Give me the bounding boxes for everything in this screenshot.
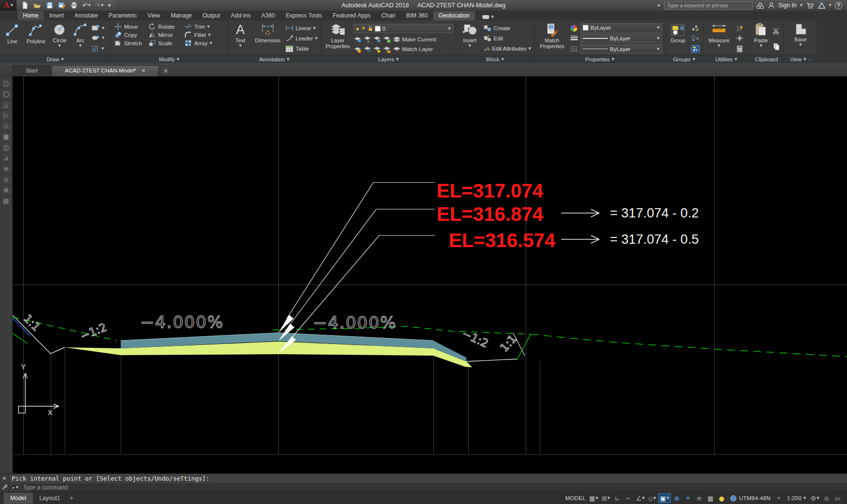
- sign-in-button[interactable]: Sign In: [778, 2, 796, 9]
- side-tool-icon[interactable]: ⊿: [1, 153, 11, 163]
- side-tool-icon[interactable]: △: [1, 100, 11, 109]
- save-as-button[interactable]: [56, 1, 67, 10]
- create-block-button[interactable]: Create: [482, 24, 532, 32]
- tab-parametric[interactable]: Parametric: [103, 11, 142, 20]
- side-tool-icon[interactable]: ◇: [1, 121, 11, 131]
- customize-qat-button[interactable]: ▼̶: [107, 3, 112, 8]
- edit-attributes-button[interactable]: Edit Attributes▼: [482, 45, 532, 53]
- clean-screen-toggle[interactable]: ▭: [832, 493, 843, 503]
- chevron-down-icon[interactable]: ▼: [829, 3, 831, 7]
- side-tool-icon[interactable]: ⊕: [1, 185, 11, 195]
- command-input[interactable]: [23, 484, 847, 491]
- plot-button[interactable]: [69, 1, 79, 10]
- text-button[interactable]: A Text ▼: [230, 22, 251, 55]
- tab-a360[interactable]: A360: [256, 11, 280, 20]
- workspace-switching-button[interactable]: ⚙▼: [809, 493, 821, 503]
- tab-geolocation[interactable]: Geolocation: [433, 11, 475, 20]
- redo-button[interactable]: ↷▼: [93, 1, 105, 10]
- match-layer-button[interactable]: Match Layer: [402, 46, 433, 52]
- panel-label-annotation[interactable]: Annotation▼: [228, 55, 321, 63]
- layer-thaw-all-icon[interactable]: [363, 46, 371, 53]
- coordinate-system-button[interactable]: UTM84-48N: [727, 493, 773, 503]
- layer-lock-icon[interactable]: [383, 36, 391, 43]
- panel-label-clipboard[interactable]: Clipboard: [750, 55, 783, 63]
- fillet-button[interactable]: Fillet▼: [183, 31, 214, 39]
- layer-unisolate-icon[interactable]: [363, 36, 371, 43]
- tab-home[interactable]: Home: [18, 11, 44, 20]
- measure-button[interactable]: Measure ▼: [705, 22, 733, 55]
- tab-insert[interactable]: Insert: [44, 11, 69, 20]
- tab-featured-apps[interactable]: Featured Apps: [328, 11, 376, 20]
- tab-view[interactable]: View: [142, 11, 166, 20]
- annotation-scale-button[interactable]: 1:200▼: [785, 493, 809, 503]
- layer-dropdown[interactable]: ● ☀ 0 ▼: [353, 24, 453, 33]
- quick-calc-icon[interactable]: [736, 45, 744, 53]
- ellipse-button[interactable]: ▼: [91, 35, 109, 41]
- base-button[interactable]: Base ▼: [790, 22, 812, 55]
- new-layout-button[interactable]: +: [67, 493, 76, 503]
- model-tab[interactable]: Model: [4, 493, 33, 504]
- linear-button[interactable]: Linear▼: [284, 24, 319, 32]
- side-tool-icon[interactable]: ≋: [1, 164, 11, 174]
- layer-turn-on-icon[interactable]: [353, 46, 362, 53]
- tab-express-tools[interactable]: Express Tools: [280, 11, 327, 20]
- store-cart-icon[interactable]: [806, 2, 814, 9]
- ungroup-icon[interactable]: ±: [691, 35, 700, 42]
- search-input[interactable]: [664, 1, 753, 10]
- group-edit-icon[interactable]: [691, 24, 700, 32]
- side-tool-icon[interactable]: ▷: [1, 110, 11, 120]
- dimension-button[interactable]: Dimension: [252, 22, 283, 55]
- object-color-dropdown[interactable]: ByLayer▼: [580, 23, 662, 33]
- polar-tracking-toggle[interactable]: ∠▼: [634, 493, 646, 503]
- undo-button[interactable]: ↶▼: [81, 1, 92, 10]
- side-tool-icon[interactable]: ▦: [1, 132, 11, 142]
- layer-properties-button[interactable]: Layer Properties: [323, 22, 352, 55]
- object-snap-toggle[interactable]: ▣▼: [658, 493, 671, 503]
- panel-label-draw[interactable]: Draw▼: [0, 55, 110, 63]
- isolate-objects-toggle[interactable]: ◎: [821, 493, 832, 503]
- side-tool-icon[interactable]: ▤: [1, 196, 11, 206]
- a360-icon[interactable]: [818, 2, 826, 9]
- panel-label-layers[interactable]: Layers▼: [321, 55, 456, 63]
- layer-unlock-all-icon[interactable]: [383, 46, 391, 53]
- annotation-monitor-toggle[interactable]: +: [773, 493, 784, 503]
- tab-bim360[interactable]: BIM 360: [401, 11, 433, 20]
- tab-annotate[interactable]: Annotate: [69, 11, 103, 20]
- panel-label-utilities[interactable]: Utilities▼: [703, 55, 749, 63]
- leader-button[interactable]: Leader▼: [284, 34, 319, 42]
- stretch-button[interactable]: Stretch: [113, 39, 146, 47]
- cut-scissors-icon[interactable]: [772, 27, 780, 35]
- paste-button[interactable]: Paste ▼: [752, 22, 771, 55]
- snap-tracking-toggle[interactable]: ⊕: [671, 493, 682, 503]
- panel-label-view[interactable]: View▼⌄: [784, 55, 817, 63]
- search-binoculars-icon[interactable]: [756, 2, 764, 9]
- panel-expand-icon[interactable]: ⌄: [808, 57, 811, 61]
- tab-output[interactable]: Output: [197, 11, 225, 20]
- isodraft-toggle[interactable]: ◇▼: [646, 493, 657, 503]
- open-file-button[interactable]: [32, 1, 43, 10]
- side-tool-icon[interactable]: ◯: [1, 89, 11, 99]
- side-tool-icon[interactable]: ⌂: [1, 175, 11, 184]
- quick-select-icon[interactable]: [736, 24, 744, 32]
- tab-manage[interactable]: Manage: [166, 11, 197, 20]
- help-icon[interactable]: ?: [835, 2, 842, 9]
- file-tab-drawing[interactable]: ACAD-2TEST CHAN-Model*✕: [52, 65, 159, 76]
- drawing-canvas[interactable]: EL=317.074 EL=316.874 EL=316.574 = 317.0…: [13, 76, 847, 473]
- customize-wrench-icon[interactable]: [1, 485, 7, 490]
- circle-button[interactable]: Circle ▼: [49, 22, 70, 55]
- polyline-button[interactable]: Polyline: [24, 22, 48, 55]
- side-tool-icon[interactable]: ◫: [1, 143, 11, 152]
- chevron-down-icon[interactable]: ▼: [800, 3, 802, 7]
- panel-label-properties[interactable]: Properties▼: [534, 55, 665, 63]
- ortho-toggle[interactable]: ⌐: [623, 493, 634, 503]
- application-menu-button[interactable]: A▼: [0, 0, 17, 11]
- scale-button[interactable]: Scale: [147, 39, 182, 47]
- grid-toggle[interactable]: ▦▼: [588, 493, 600, 503]
- search-collapse-icon[interactable]: ▶: [658, 3, 660, 7]
- lineweight-dropdown[interactable]: ByLayer▼: [580, 34, 662, 43]
- dynamic-input-toggle[interactable]: ⌖: [682, 493, 693, 503]
- mirror-button[interactable]: Mirror: [147, 31, 182, 39]
- layer-sun-icon[interactable]: [373, 46, 381, 53]
- file-tab-start[interactable]: Start: [13, 65, 51, 76]
- table-button[interactable]: Table: [284, 45, 319, 53]
